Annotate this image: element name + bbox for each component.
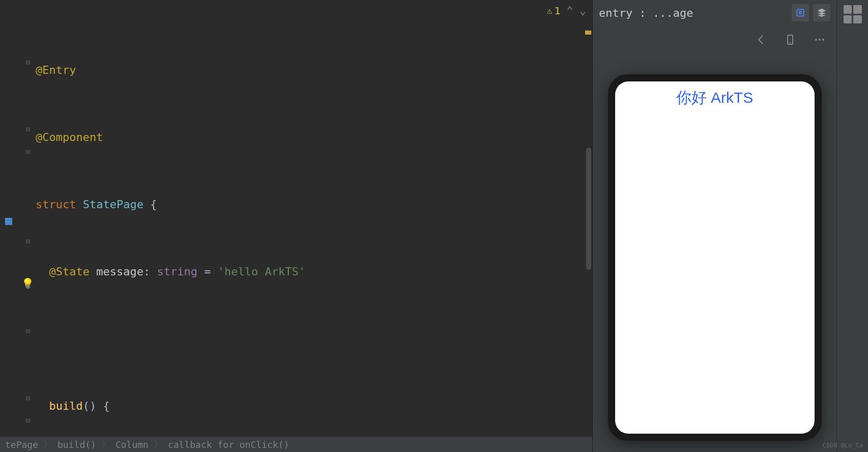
code-line: build() { [35, 395, 592, 417]
chevron-right-icon: 〉 [101, 438, 110, 450]
editor-status-bar: ⚠ 1 ⌃ ⌄ [547, 4, 586, 17]
preview-panel: entry : ...age 你好 ArkTS CSDN @Lu_Ca [592, 0, 836, 452]
preview-toolbar [593, 25, 836, 54]
preview-text: 你好 ArkTS [676, 88, 754, 108]
nav-down-icon[interactable]: ⌄ [580, 4, 586, 17]
code-line: @Component [35, 126, 592, 149]
fold-marker-icon[interactable]: ⊟ [24, 238, 32, 245]
nav-up-icon[interactable]: ⌃ [567, 4, 573, 17]
svg-rect-0 [797, 9, 803, 16]
breadcrumb-item[interactable]: build() [57, 439, 96, 450]
device-frame: 你好 ArkTS [593, 54, 836, 452]
back-icon[interactable] [752, 31, 769, 48]
fold-marker-icon[interactable]: ⊟ [24, 417, 32, 424]
code-line: struct StatePage { [35, 193, 592, 216]
fold-marker-icon[interactable]: ⊟ [24, 327, 32, 334]
preview-header: entry : ...age [593, 0, 836, 25]
warning-icon: ⚠ [547, 5, 553, 16]
rotate-device-icon[interactable] [782, 31, 799, 48]
code-text-area[interactable]: @Entry @Component struct StatePage { @St… [35, 0, 592, 452]
grid-view-icon[interactable] [844, 5, 862, 23]
editor-gutter: ⊟ ⊟ ⊟ ⊟ 💡 ⊟ ⊟ ⊟ ⊟ [0, 0, 35, 452]
fold-marker-icon[interactable]: ⊟ [24, 148, 32, 155]
watermark: CSDN @Lu_Ca [823, 442, 863, 449]
fold-marker-icon[interactable]: ⊟ [24, 394, 32, 402]
more-icon[interactable] [811, 31, 828, 48]
breadcrumb-item[interactable]: Column [115, 439, 149, 450]
code-line: @Entry [35, 59, 592, 81]
warning-badge[interactable]: ⚠ 1 [547, 5, 561, 17]
fold-marker-icon[interactable]: ⊟ [24, 282, 32, 290]
preview-title: entry : ...age [599, 7, 693, 19]
warning-count: 1 [554, 5, 560, 17]
code-editor-area: ⚠ 1 ⌃ ⌄ ⊟ ⊟ ⊟ ⊟ 💡 ⊟ ⊟ ⊟ ⊟ @Entry @Compon… [0, 0, 592, 452]
layers-icon[interactable] [813, 4, 830, 21]
svg-point-5 [819, 39, 821, 41]
fold-marker-icon[interactable]: ⊟ [24, 126, 32, 133]
right-toolbar [836, 0, 868, 452]
svg-point-1 [799, 12, 802, 14]
svg-point-6 [822, 39, 824, 41]
preview-header-actions [792, 4, 830, 21]
device-screen[interactable]: 你好 ArkTS [615, 81, 815, 434]
fold-marker-icon[interactable]: ⊟ [24, 59, 32, 66]
svg-point-4 [815, 39, 817, 41]
editor-content: ⊟ ⊟ ⊟ ⊟ 💡 ⊟ ⊟ ⊟ ⊟ @Entry @Component stru… [0, 0, 592, 452]
device-bezel: 你好 ArkTS [608, 74, 822, 441]
breadcrumb-bar: tePage 〉 build() 〉 Column 〉 callback for… [0, 437, 592, 452]
chevron-right-icon: 〉 [154, 438, 163, 450]
chevron-right-icon: 〉 [43, 438, 52, 450]
breadcrumb-item[interactable]: tePage [5, 439, 38, 450]
code-line: @State message: string = 'hello ArkTS' [35, 261, 592, 283]
code-line [35, 328, 592, 350]
inspector-icon[interactable] [792, 4, 809, 21]
breadcrumb-item[interactable]: callback for onClick() [168, 439, 289, 450]
breakpoint-marker-icon[interactable] [5, 218, 12, 225]
